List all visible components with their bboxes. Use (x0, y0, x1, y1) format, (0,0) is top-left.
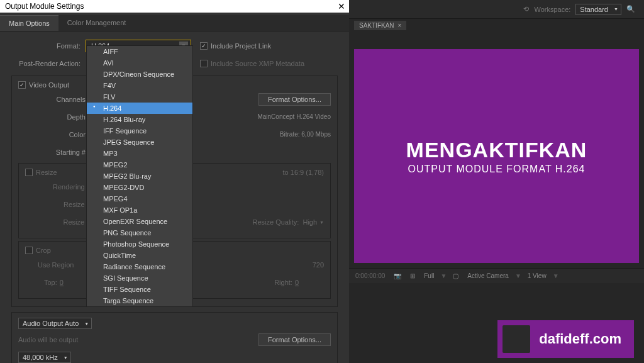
format-option[interactable]: AVI (87, 57, 192, 69)
include-xmp-label: Include Source XMP Metadata (211, 60, 304, 67)
preview-title: MENGAKTIFKAN (406, 138, 587, 162)
resize-quality-value: High (303, 218, 317, 226)
avatar (502, 325, 530, 353)
format-option[interactable]: JPEG Sequence (87, 137, 192, 148)
format-dropdown-list: AIFFAVIDPX/Cineon SequenceF4VFLVH.264H.2… (86, 45, 193, 307)
brand-banner: dafideff.com (497, 320, 634, 358)
audio-rate-dropdown[interactable]: 48,000 kHz (18, 352, 71, 363)
resize-quality-label: Resize Quality: (252, 218, 299, 226)
output-module-dialog: Output Module Settings ✕ Main Options Co… (0, 0, 349, 363)
format-option[interactable]: F4V (87, 80, 192, 91)
grid-icon[interactable]: ⊞ (408, 272, 418, 280)
format-option[interactable]: TIFF Sequence (87, 284, 192, 295)
resolution-dropdown[interactable]: Full (421, 272, 436, 280)
format-option[interactable]: QuickTime (87, 250, 192, 261)
include-link-label: Include Project Link (211, 42, 271, 50)
sync-icon: ⟲ (523, 5, 529, 13)
view-dropdown[interactable]: 1 View (525, 272, 549, 280)
timecode[interactable]: 0:00:00:00 (353, 272, 387, 280)
workspace-label: Workspace: (534, 6, 570, 13)
right-label: Right: (274, 279, 292, 286)
color-label: Color: (18, 131, 92, 138)
format-option[interactable]: Targa Sequence (87, 295, 192, 306)
tab-main-options[interactable]: Main Options (0, 15, 58, 31)
include-link-checkbox[interactable]: ✓ (200, 42, 208, 50)
composition-tab[interactable]: SAKTIFKAN × (354, 21, 406, 30)
preview-controls: 0:00:00:00 📷 ⊞ Full ▼ ▢ Active Camera ▼ … (349, 268, 644, 283)
format-option[interactable]: PNG Sequence (87, 227, 192, 238)
resize-label: Resize (36, 169, 57, 176)
preview-panel: MENGAKTIFKAN OUTPUT MODULE FORMAT H.264 (354, 49, 639, 263)
close-icon[interactable]: × (398, 22, 402, 29)
format-option[interactable]: DPX/Cineon Sequence (87, 69, 192, 80)
tab-color-management[interactable]: Color Management (58, 15, 135, 31)
use-region-label: Use Region (38, 261, 74, 269)
format-option[interactable]: MPEG2-DVD (87, 182, 192, 193)
channels-label: Channels: (18, 96, 92, 103)
include-xmp-checkbox[interactable] (200, 60, 208, 67)
crop-res: 720 (313, 261, 324, 269)
dialog-titlebar: Output Module Settings ✕ (0, 0, 349, 13)
dialog-title: Output Module Settings (5, 2, 84, 11)
format-option[interactable]: MXF OP1a (87, 204, 192, 216)
video-output-label: Video Output (29, 81, 69, 89)
video-output-checkbox[interactable]: ✓ (18, 81, 26, 89)
post-render-label: Post-Render Action: (11, 60, 86, 67)
top-value[interactable]: 0 (60, 279, 64, 286)
format-option[interactable]: IFF Sequence (87, 125, 192, 137)
camera-dropdown[interactable]: Active Camera (465, 272, 511, 280)
format-option[interactable]: SGI Sequence (87, 272, 192, 284)
app-background: ⟲ Workspace: Standard 🔍 SAKTIFKAN × MENG… (349, 0, 644, 363)
starting-num-label: Starting #: (18, 148, 92, 156)
right-value[interactable]: 0 (295, 279, 299, 286)
dialog-tabs: Main Options Color Management (0, 15, 349, 31)
format-option[interactable]: AIFF (87, 46, 192, 57)
format-option[interactable]: H.264 (87, 103, 192, 114)
format-option[interactable]: H.264 Blu-ray (87, 114, 192, 125)
codec-info-2: Bitrate: 6,00 Mbps (280, 130, 331, 139)
top-label: Top: (44, 279, 57, 286)
crop-checkbox[interactable] (25, 247, 33, 254)
format-option[interactable]: MP3 (87, 148, 192, 159)
format-option[interactable]: FLV (87, 91, 192, 103)
audio-note: Audio will be output (18, 336, 78, 343)
resize-checkbox[interactable] (25, 169, 33, 176)
composition-tab-label: SAKTIFKAN (359, 22, 394, 29)
format-label: Format: (11, 42, 86, 50)
format-option[interactable]: Radiance Sequence (87, 261, 192, 272)
stretch-hint: to 16:9 (1,78) (283, 169, 324, 176)
format-option[interactable]: MPEG4 (87, 193, 192, 204)
region-icon[interactable]: ▢ (450, 272, 461, 280)
preview-subtitle: OUTPUT MODULE FORMAT H.264 (408, 164, 585, 175)
format-option[interactable]: MPEG2 (87, 159, 192, 170)
close-button[interactable]: ✕ (338, 1, 345, 11)
format-option[interactable]: OpenEXR Sequence (87, 216, 192, 227)
format-option[interactable]: Photoshop Sequence (87, 238, 192, 250)
banner-text: dafideff.com (539, 331, 621, 347)
search-icon[interactable]: 🔍 (626, 5, 635, 13)
composition-tab-bar: SAKTIFKAN × (349, 19, 644, 31)
workspace-dropdown[interactable]: Standard (575, 4, 621, 15)
depth-label: Depth: (18, 113, 92, 121)
format-options-button[interactable]: Format Options... (258, 93, 331, 106)
format-option[interactable]: MPEG2 Blu-ray (87, 170, 192, 182)
camera-icon[interactable]: 📷 (391, 272, 404, 280)
codec-info-1: MainConcept H.264 Video (257, 113, 331, 121)
audio-output-dropdown[interactable]: Audio Output Auto (18, 318, 92, 329)
workspace-bar: ⟲ Workspace: Standard 🔍 (349, 0, 644, 19)
crop-label: Crop (36, 247, 51, 254)
audio-format-options-button[interactable]: Format Options... (258, 333, 331, 346)
